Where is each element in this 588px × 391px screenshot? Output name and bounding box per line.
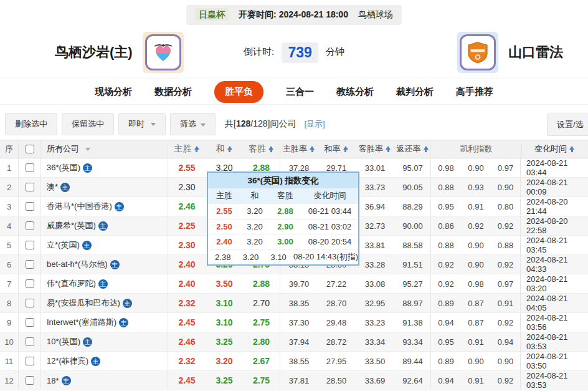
away-odds[interactable]: 2.67	[243, 352, 280, 370]
home-badge-icon: 主	[119, 318, 128, 327]
row-checkbox[interactable]	[26, 260, 34, 269]
company-cell[interactable]: bet-at-h*(马尔他)主	[41, 255, 168, 274]
company-cell[interactable]: 伟*(直布罗陀)主	[41, 274, 168, 293]
change-time: 2024-08-21 03:20	[521, 274, 586, 293]
company-cell[interactable]: 香港马*(中国香港)主	[41, 197, 168, 216]
home-odds[interactable]: 2.46	[168, 332, 206, 351]
header-away[interactable]: 客胜	[243, 140, 280, 158]
away-odds[interactable]: 2.88	[243, 274, 280, 293]
home-odds[interactable]: 2.46	[168, 197, 206, 216]
row-index: 11	[0, 352, 19, 370]
company-cell[interactable]: 澳*主	[41, 178, 168, 196]
header-home-label: 主胜	[174, 143, 192, 155]
row-checkbox[interactable]	[26, 202, 34, 211]
tab-3[interactable]: 胜平负	[214, 81, 263, 103]
change-time: 2024-08-21 03:53	[521, 371, 586, 390]
tab-7[interactable]: 高手推荐	[456, 86, 493, 98]
row-checkbox[interactable]	[26, 337, 34, 346]
header-home[interactable]: 主胜	[168, 140, 206, 158]
home-rate: 38.35	[280, 294, 318, 312]
row-checkbox[interactable]	[26, 376, 34, 385]
away-odds[interactable]: 2.75	[243, 313, 280, 332]
row-checkbox-cell	[19, 371, 41, 390]
home-odds[interactable]: 2.25	[168, 216, 206, 235]
return-rate: 88.29	[395, 197, 431, 216]
tab-2[interactable]: 数据分析	[154, 86, 192, 98]
popup-title: 36*(英国) 指数变化	[208, 173, 358, 188]
row-checkbox[interactable]	[26, 183, 34, 191]
draw-rate: 28.72	[318, 332, 355, 351]
home-badge-icon: 主	[123, 299, 132, 308]
row-checkbox[interactable]	[26, 357, 34, 365]
away-crest-icon	[460, 34, 496, 70]
company-cell[interactable]: 立*(英国)主	[41, 236, 168, 254]
away-odds[interactable]: 2.70	[243, 294, 280, 312]
settings-button[interactable]: 设置/选	[547, 113, 588, 136]
company-cell[interactable]: 36*(英国)主	[41, 158, 168, 177]
home-rate: 37.94	[280, 332, 318, 351]
sort-asc-icon	[569, 146, 575, 153]
row-checkbox[interactable]	[26, 318, 34, 327]
change-time: 2024-08-21 03:56	[521, 313, 586, 332]
kelly-draw: 0.90	[461, 255, 491, 274]
tab-1[interactable]: 现场分析	[95, 86, 132, 98]
time-filter-dropdown[interactable]: 即时	[118, 113, 166, 135]
draw-odds[interactable]: 3.20	[206, 352, 243, 370]
home-odds[interactable]: 2.40	[168, 255, 206, 274]
kelly-away: 0.97	[491, 158, 521, 177]
company-cell[interactable]: 18*主	[41, 371, 168, 390]
filter-dropdown[interactable]: 筛选	[170, 113, 216, 135]
kelly-home: 0.95	[431, 197, 461, 216]
change-time: 2024-08-21 03:50	[521, 352, 586, 370]
home-odds[interactable]: 2.40	[168, 274, 206, 293]
return-rate: 90.00	[395, 216, 431, 235]
home-odds[interactable]: 2.30	[168, 236, 206, 254]
select-all-checkbox[interactable]	[26, 145, 34, 153]
draw-odds[interactable]: 3.10	[206, 294, 243, 312]
company-cell[interactable]: 10*(英国)主	[41, 332, 168, 351]
delete-selected-button[interactable]: 删除选中	[5, 113, 57, 135]
away-odds[interactable]: 2.75	[243, 371, 280, 390]
home-odds[interactable]: 2.32	[168, 294, 206, 312]
header-home-rate[interactable]: 主胜率	[280, 140, 318, 158]
kelly-draw: 0.87	[461, 294, 491, 312]
header-return-rate[interactable]: 返还率	[395, 140, 431, 158]
popup-change-time: 08-20 14:43(初指)	[293, 251, 358, 263]
draw-odds[interactable]: 3.10	[206, 313, 243, 332]
home-odds[interactable]: 2.45	[168, 371, 206, 390]
away-odds[interactable]: 2.80	[243, 332, 280, 351]
sort-asc-icon	[268, 146, 274, 153]
keep-selected-button[interactable]: 保留选中	[62, 113, 114, 135]
tab-6[interactable]: 裁判分析	[396, 86, 434, 98]
home-odds[interactable]: 2.32	[168, 352, 206, 370]
tab-5[interactable]: 教练分析	[336, 86, 374, 98]
row-checkbox[interactable]	[26, 163, 34, 172]
company-cell[interactable]: 威廉希*(英国)主	[41, 216, 168, 235]
draw-odds[interactable]: 3.25	[206, 371, 243, 390]
home-odds[interactable]: 2.55	[168, 158, 206, 177]
company-cell[interactable]: 易*(安提瓜和巴布达)主	[41, 294, 168, 312]
home-odds[interactable]: 2.30	[168, 178, 206, 196]
header-away-rate[interactable]: 客胜率	[355, 140, 395, 158]
company-cell[interactable]: Interwet*(塞浦路斯)主	[41, 313, 168, 332]
return-rate: 91.51	[395, 255, 431, 274]
row-checkbox[interactable]	[26, 241, 34, 249]
row-checkbox[interactable]	[26, 279, 34, 288]
away-rate: 33.34	[355, 332, 395, 351]
tab-4[interactable]: 三合一	[286, 86, 314, 98]
company-name: 澳*	[47, 181, 58, 193]
row-checkbox[interactable]	[26, 299, 34, 307]
header-change-time[interactable]: 变化时间	[522, 140, 587, 158]
draw-odds[interactable]: 3.50	[206, 274, 243, 293]
header-draw[interactable]: 和	[206, 140, 243, 158]
header-draw-rate[interactable]: 和率	[318, 140, 355, 158]
header-company[interactable]: 所有公司	[41, 140, 168, 158]
home-odds[interactable]: 2.45	[168, 313, 206, 332]
row-checkbox[interactable]	[26, 221, 34, 230]
company-count-number: 128	[236, 118, 250, 128]
popup-row: 2.553.202.8808-21 03:44	[208, 203, 358, 219]
draw-odds[interactable]: 3.25	[206, 332, 243, 351]
company-cell[interactable]: 12*(菲律宾)主	[41, 352, 168, 370]
show-link[interactable]: [显示]	[304, 118, 325, 130]
sort-asc-icon	[386, 146, 391, 153]
